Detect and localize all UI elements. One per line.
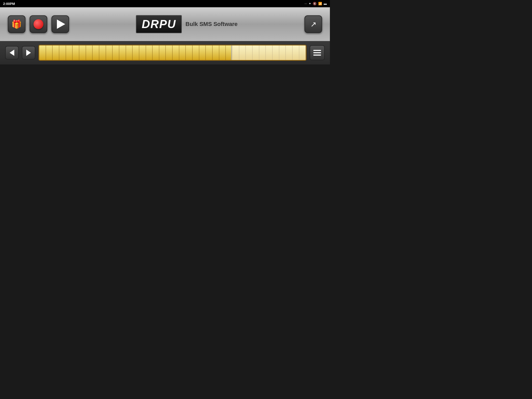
mini-key — [172, 45, 179, 60]
mini-piano-selection — [231, 45, 306, 60]
more-icon: ··· — [304, 2, 307, 5]
status-icons: ··· ✦ 🔇 📶 ▬ — [304, 2, 327, 5]
mini-key — [106, 45, 113, 60]
mini-key — [112, 45, 119, 60]
tagline: Bulk SMS Software — [185, 21, 237, 28]
play-button[interactable] — [51, 15, 69, 33]
gift-icon: 🎁 — [11, 19, 22, 29]
mini-key — [66, 45, 73, 60]
prev-button[interactable] — [5, 46, 19, 59]
export-icon: ↗ — [310, 20, 316, 29]
mini-key — [86, 45, 93, 60]
bluetooth-icon: ✦ — [309, 2, 311, 5]
next-button[interactable] — [22, 46, 35, 59]
main-content: Audio recorded successfully — [0, 64, 330, 247]
mini-key — [186, 45, 192, 60]
mute-icon: 🔇 — [313, 2, 317, 5]
mini-key — [146, 45, 153, 60]
mini-key — [152, 45, 159, 60]
mini-key — [46, 45, 53, 60]
arrow-left-icon — [10, 50, 14, 56]
mini-key — [126, 45, 133, 60]
toolbar: 🎁 DRPU Bulk SMS Software ↗ — [0, 7, 330, 41]
status-time: 2:00PM — [3, 2, 15, 6]
mini-key — [159, 45, 166, 60]
record-button[interactable] — [30, 15, 47, 33]
mini-key — [206, 45, 212, 60]
export-button[interactable]: ↗ — [304, 15, 322, 33]
mini-piano-strip[interactable] — [38, 45, 307, 61]
mini-key — [166, 45, 172, 60]
mini-key — [39, 45, 46, 60]
mini-key — [132, 45, 139, 60]
mini-key — [59, 45, 66, 60]
piano-nav — [0, 41, 330, 64]
mini-key — [212, 45, 219, 60]
status-bar: 2:00PM ··· ✦ 🔇 📶 ▬ — [0, 0, 330, 7]
mini-key — [192, 45, 199, 60]
play-icon — [57, 19, 65, 29]
arrow-right-icon — [26, 50, 31, 56]
mini-key — [79, 45, 86, 60]
battery-icon: ▬ — [324, 2, 327, 5]
mini-key — [219, 45, 226, 60]
mini-key — [52, 45, 59, 60]
logo-box: DRPU — [136, 15, 182, 33]
mini-key — [92, 45, 99, 60]
mini-key — [72, 45, 79, 60]
logo-area: DRPU Bulk SMS Software — [73, 15, 300, 33]
menu-line-1 — [313, 50, 321, 51]
mini-key — [179, 45, 186, 60]
mini-piano-inner — [39, 45, 306, 60]
menu-line-2 — [313, 52, 321, 53]
menu-button[interactable] — [310, 45, 325, 60]
wifi-icon: 📶 — [318, 2, 322, 5]
gift-button[interactable]: 🎁 — [8, 15, 25, 33]
record-icon — [34, 19, 43, 29]
logo-text: DRPU — [142, 18, 176, 30]
mini-key — [139, 45, 146, 60]
mini-key — [99, 45, 106, 60]
mini-key — [199, 45, 206, 60]
menu-line-3 — [313, 55, 321, 56]
mini-key — [119, 45, 126, 60]
